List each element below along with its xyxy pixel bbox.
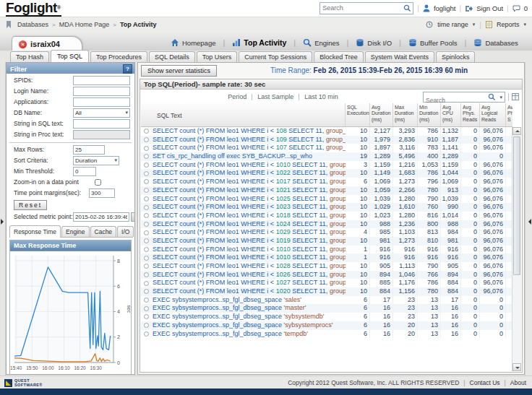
- nav-item-top-activity[interactable]: Top Activity: [231, 38, 288, 48]
- reset-button[interactable]: Reset: [14, 200, 47, 210]
- table-row[interactable]: EXEC sybsystemprocs..sp_fgl_dbseg_space …: [141, 304, 512, 313]
- view-link-period[interactable]: Period: [228, 93, 246, 100]
- zoom-datapoint-label: Zoom-in on a data point: [14, 178, 95, 186]
- selected-metric-point-field[interactable]: [73, 212, 129, 222]
- scroll-down-button[interactable]: [512, 363, 521, 371]
- min-threshold-field[interactable]: [73, 167, 96, 176]
- metric-tab-response-time[interactable]: Response Time: [9, 225, 61, 238]
- separator: |: [505, 379, 506, 386]
- column-header-sql-text[interactable]: SQL Text: [141, 103, 346, 126]
- chat-bubble-icon[interactable]: [512, 5, 520, 12]
- search-icon[interactable]: [403, 4, 411, 12]
- db-name-select[interactable]: All▾: [73, 108, 130, 118]
- customizer-icon[interactable]: [512, 93, 519, 100]
- column-header-avg-logical-reads[interactable]: Avg Logical Reads: [480, 103, 506, 126]
- nav-item-buffer-pools[interactable]: Buffer Pools: [407, 38, 459, 48]
- table-row[interactable]: EXEC sybsystemprocs..sp_fgl_dbseg_space …: [141, 313, 512, 321]
- nav-item-homepage[interactable]: Homepage: [169, 38, 217, 48]
- table-row[interactable]: SELECT count (*) FROM leo1 WHERE i < 109…: [141, 136, 512, 144]
- tab-blocked-tree[interactable]: Blocked Tree: [314, 51, 364, 62]
- tab-spinlocks[interactable]: Spinlocks: [436, 51, 476, 62]
- tab-top-users[interactable]: Top Users: [197, 51, 238, 62]
- sign-out-link[interactable]: Sign Out: [476, 4, 503, 12]
- max-rows-field[interactable]: [73, 145, 105, 155]
- reports-dropdown[interactable]: Reports: [497, 21, 520, 28]
- contact-us-link[interactable]: Contact Us: [470, 379, 500, 386]
- row-status-icon: [144, 222, 149, 227]
- scrollbar-thumb[interactable]: [513, 136, 520, 275]
- time-range-dropdown[interactable]: time range: [437, 21, 468, 28]
- host-tab-israix04[interactable]: × israix04: [12, 36, 82, 51]
- column-header-avg-phys-reads[interactable]: Avg Phys. Reads: [461, 103, 480, 126]
- chevron-down-icon[interactable]: ▾: [473, 22, 476, 27]
- chevron-down-icon[interactable]: ▾: [523, 22, 526, 27]
- nav-item-databases[interactable]: Databases: [472, 38, 519, 48]
- tab-top-sql[interactable]: Top SQL: [51, 50, 89, 62]
- breadcrumb-item-top-activity[interactable]: Top Activity: [120, 21, 157, 28]
- login-name-field[interactable]: [73, 87, 130, 96]
- table-row[interactable]: SELECT count (*) FROM leo1 WHERE i < 108…: [141, 127, 512, 136]
- sort-criteria-select[interactable]: Duration▾: [73, 156, 119, 165]
- metric-tab-cache[interactable]: Cache: [90, 226, 117, 237]
- breadcrumb-item-mda-home-page[interactable]: MDA Home Page: [59, 21, 110, 28]
- table-row[interactable]: EXEC sybsystemprocs..sp_fgl_dbseg_space …: [141, 321, 512, 330]
- calendar-icon[interactable]: [131, 212, 135, 222]
- column-header-sql-executions[interactable]: SQL Executions: [346, 103, 370, 126]
- tab-sql-details[interactable]: SQL Details: [149, 51, 195, 62]
- sql-text-filter-field[interactable]: [73, 119, 130, 129]
- table-row[interactable]: SELECT count (*) FROM leo1 WHERE i < 101…: [141, 212, 512, 220]
- table-row[interactable]: SELECT count (*) FROM leo1 WHERE i < 101…: [141, 253, 512, 262]
- column-header-partial[interactable]: Avg Phys. S: [506, 103, 512, 126]
- metric-tab-i-o[interactable]: I/O: [117, 226, 134, 237]
- table-scrollbar[interactable]: [512, 127, 521, 371]
- table-row[interactable]: SELECT count (*) FROM leo1 WHERE i < 102…: [141, 271, 512, 279]
- column-header-max-duration-ms[interactable]: Max Duration (ms): [393, 103, 418, 126]
- show-server-statistics-button[interactable]: Show server statistics: [141, 65, 217, 77]
- user-name[interactable]: foglight: [434, 4, 456, 12]
- table-row[interactable]: SELECT count (*) FROM leo1 WHERE i < 102…: [141, 203, 512, 212]
- table-row[interactable]: SELECT count (*) FROM leo1 WHERE i < 102…: [141, 262, 512, 271]
- tab-system-wait-events[interactable]: System Wait Events: [365, 51, 434, 62]
- table-row[interactable]: SELECT count (*) FROM leo1 WHERE i < 107…: [141, 144, 512, 152]
- table-row[interactable]: SELECT count (*) FROM leo1 WHERE i < 102…: [141, 287, 512, 296]
- chevron-down-icon[interactable]: ▾: [499, 95, 502, 100]
- tab-current-top-sessions[interactable]: Current Top Sessions: [239, 51, 312, 62]
- applications-field[interactable]: [73, 97, 130, 107]
- view-link-last-10-min[interactable]: Last 10 min: [304, 93, 338, 100]
- spids-field[interactable]: [73, 76, 130, 85]
- help-button[interactable]: ?: [123, 64, 132, 74]
- table-row[interactable]: SELECT count (*) FROM leo1 WHERE i < 102…: [141, 220, 512, 229]
- table-row[interactable]: EXEC sybsystemprocs..sp_fgl_dbseg_space …: [141, 296, 512, 305]
- breadcrumb-item-databases[interactable]: Databases: [17, 21, 48, 28]
- metric-tab-netw[interactable]: Netw...: [134, 226, 135, 237]
- column-header-avg-cpu-ms[interactable]: Avg CPU (ms): [441, 103, 461, 126]
- table-row[interactable]: SELECT count (*) FROM leo1 WHERE i < 102…: [141, 228, 512, 237]
- table-row[interactable]: SELECT count (*) FROM leo1 WHERE i < 101…: [141, 161, 512, 170]
- sql-text-cell: SELECT count (*) FROM leo1 WHERE i < 102…: [153, 195, 346, 204]
- scroll-up-button[interactable]: [512, 127, 521, 135]
- view-link-last-sample[interactable]: Last Sample: [257, 93, 293, 100]
- global-search-input[interactable]: [320, 3, 400, 12]
- column-header-avg-duration-ms[interactable]: Avg Duration (ms): [370, 103, 393, 126]
- tab-top-hash[interactable]: Top Hash: [10, 51, 49, 62]
- table-row[interactable]: SELECT count (*) FROM leo1 WHERE i < 101…: [141, 246, 512, 254]
- table-row[interactable]: SELECT count (*) FROM leo1 WHERE i < 102…: [141, 169, 512, 178]
- table-row[interactable]: SELECT count (*) FROM leo1 WHERE i < 102…: [141, 279, 512, 287]
- time-point-margins-field[interactable]: [89, 188, 115, 198]
- about-link[interactable]: About: [510, 379, 526, 386]
- search-icon[interactable]: [488, 93, 496, 101]
- table-row[interactable]: SELECT count (*) FROM leo1 WHERE i < 102…: [141, 195, 512, 204]
- column-header-min-duration-ms[interactable]: Min Duration (ms): [418, 103, 441, 126]
- table-row[interactable]: SET cis_rpc_handling off exec SYB_BACKUP…: [141, 152, 512, 161]
- nav-item-disk-io[interactable]: Disk I/O: [354, 38, 393, 48]
- collapse-right-arrow[interactable]: [525, 219, 531, 225]
- zoom-datapoint-checkbox[interactable]: [95, 179, 101, 186]
- table-row[interactable]: EXEC sybsystemprocs..sp_fgl_dbseg_space …: [141, 330, 512, 339]
- table-row[interactable]: SELECT count (*) FROM leo1 WHERE i < 101…: [141, 237, 512, 246]
- table-row[interactable]: SELECT count (*) FROM leo1 WHERE i < 102…: [141, 186, 512, 195]
- nav-item-engines[interactable]: Engines: [301, 38, 340, 48]
- table-row[interactable]: SELECT count (*) FROM leo1 WHERE i < 101…: [141, 178, 512, 186]
- sql-text-cell: SELECT count (*) FROM leo1 WHERE i < 101…: [153, 178, 346, 186]
- tab-top-procedures[interactable]: Top Procedures: [90, 51, 147, 62]
- metric-tab-engine[interactable]: Engine: [61, 226, 89, 237]
